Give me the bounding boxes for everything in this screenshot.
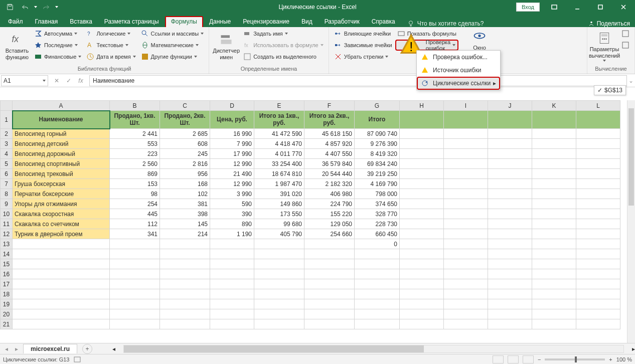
cell[interactable] bbox=[488, 319, 532, 329]
row-header[interactable]: 6 bbox=[1, 169, 13, 179]
cell[interactable] bbox=[532, 229, 576, 239]
tell-me[interactable]: Что вы хотите сделать? bbox=[401, 20, 490, 27]
cell[interactable] bbox=[576, 259, 620, 269]
cell[interactable] bbox=[444, 289, 488, 299]
cell[interactable] bbox=[400, 219, 444, 229]
cell[interactable] bbox=[304, 309, 355, 319]
cell[interactable] bbox=[400, 269, 444, 279]
cell[interactable] bbox=[400, 169, 444, 179]
sheet-nav[interactable]: ◂▸ bbox=[0, 345, 23, 352]
cell[interactable]: Велосипед дорожный bbox=[13, 149, 110, 159]
cell[interactable]: Велосипед детский bbox=[13, 139, 110, 149]
cell[interactable] bbox=[13, 249, 110, 259]
zoom-out-button[interactable]: − bbox=[538, 356, 541, 362]
cell[interactable] bbox=[254, 309, 304, 319]
cell[interactable] bbox=[576, 229, 620, 239]
cell[interactable] bbox=[110, 269, 160, 279]
cell[interactable] bbox=[210, 279, 254, 289]
cell[interactable] bbox=[110, 279, 160, 289]
cell[interactable] bbox=[254, 279, 304, 289]
tab-home[interactable]: Главная bbox=[29, 16, 64, 27]
page-layout-view-button[interactable] bbox=[508, 355, 519, 363]
cell[interactable] bbox=[254, 249, 304, 259]
column-header[interactable]: A bbox=[13, 101, 110, 111]
more-functions-button[interactable]: Другие функции bbox=[139, 51, 206, 62]
cell[interactable] bbox=[254, 319, 304, 329]
cell[interactable] bbox=[532, 249, 576, 259]
tab-help[interactable]: Справка bbox=[366, 16, 401, 27]
name-box[interactable]: A1 bbox=[1, 75, 48, 86]
cell[interactable]: 7 990 bbox=[210, 139, 254, 149]
cell[interactable] bbox=[13, 239, 110, 249]
cell[interactable] bbox=[444, 279, 488, 289]
undo-dropdown-icon[interactable] bbox=[34, 6, 37, 8]
cell[interactable] bbox=[488, 199, 532, 209]
cell[interactable] bbox=[532, 279, 576, 289]
cell[interactable] bbox=[355, 309, 400, 319]
insert-function-button[interactable]: fx Вставить функцию bbox=[3, 28, 31, 65]
cell[interactable] bbox=[532, 159, 576, 169]
ref-check-icon[interactable]: ✓ bbox=[597, 87, 602, 94]
cell[interactable]: 145 bbox=[160, 219, 210, 229]
row-header[interactable]: 1 bbox=[1, 111, 13, 129]
cell[interactable]: 9 276 390 bbox=[355, 139, 400, 149]
cell[interactable]: 16 990 bbox=[210, 129, 254, 139]
cell[interactable]: 391 020 bbox=[254, 189, 304, 199]
row-header[interactable]: 21 bbox=[1, 319, 13, 329]
row-header[interactable]: 9 bbox=[1, 199, 13, 209]
cell[interactable]: 869 bbox=[110, 169, 160, 179]
cell[interactable] bbox=[13, 259, 110, 269]
tab-file[interactable]: Файл bbox=[2, 16, 29, 27]
horizontal-scrollbar[interactable]: ◂▸ bbox=[112, 345, 635, 353]
cell[interactable] bbox=[444, 111, 488, 129]
cell[interactable] bbox=[355, 299, 400, 309]
cell[interactable] bbox=[488, 289, 532, 299]
cell[interactable]: 4 418 470 bbox=[254, 139, 304, 149]
cell[interactable] bbox=[400, 199, 444, 209]
column-header[interactable]: L bbox=[576, 101, 620, 111]
cell[interactable] bbox=[400, 249, 444, 259]
cell[interactable] bbox=[400, 189, 444, 199]
cell[interactable]: 214 bbox=[160, 229, 210, 239]
cell[interactable] bbox=[488, 249, 532, 259]
column-header[interactable]: C bbox=[160, 101, 210, 111]
cell[interactable]: Груша боксерская bbox=[13, 179, 110, 189]
tab-view[interactable]: Вид bbox=[295, 16, 319, 27]
cell[interactable]: Упоры для отжимания bbox=[13, 199, 110, 209]
cell[interactable]: 149 860 bbox=[254, 199, 304, 209]
cell[interactable] bbox=[355, 249, 400, 259]
close-icon[interactable] bbox=[612, 0, 635, 14]
qat-customize-icon[interactable] bbox=[55, 6, 58, 8]
cell[interactable] bbox=[355, 269, 400, 279]
cell[interactable] bbox=[532, 289, 576, 299]
cell[interactable] bbox=[488, 219, 532, 229]
cell[interactable]: 381 bbox=[160, 199, 210, 209]
formula-input[interactable]: Наименование bbox=[89, 75, 627, 86]
cell[interactable] bbox=[355, 259, 400, 269]
cell[interactable] bbox=[576, 179, 620, 189]
cell[interactable] bbox=[304, 239, 355, 249]
cell[interactable]: 2 560 bbox=[110, 159, 160, 169]
header-cell[interactable]: Итого за 1кв., руб. bbox=[254, 111, 304, 129]
cell[interactable]: 890 bbox=[210, 219, 254, 229]
spreadsheet-grid[interactable]: ABCDEFGHIJKL1НаименованиеПродано, 1кв. Ш… bbox=[0, 100, 627, 343]
row-header[interactable]: 11 bbox=[1, 219, 13, 229]
cell[interactable]: 2 685 bbox=[160, 129, 210, 139]
cell[interactable]: 254 bbox=[110, 199, 160, 209]
cell[interactable]: 341 bbox=[110, 229, 160, 239]
cell[interactable] bbox=[488, 139, 532, 149]
cell[interactable] bbox=[304, 269, 355, 279]
header-cell[interactable]: Наименование bbox=[13, 111, 110, 129]
cell[interactable] bbox=[444, 229, 488, 239]
cell[interactable]: 445 bbox=[110, 209, 160, 219]
cell[interactable] bbox=[400, 319, 444, 329]
cell[interactable] bbox=[254, 239, 304, 249]
remove-arrows-button[interactable]: Убрать стрелки bbox=[332, 51, 394, 62]
macro-icon[interactable] bbox=[73, 356, 81, 363]
header-cell[interactable]: Продано, 2кв. Шт. bbox=[160, 111, 210, 129]
cell[interactable] bbox=[532, 299, 576, 309]
calc-now-button[interactable] bbox=[619, 28, 631, 39]
menu-circular-references[interactable]: Циклические ссылки▸ bbox=[417, 77, 500, 90]
column-header[interactable]: K bbox=[532, 101, 576, 111]
cell[interactable] bbox=[576, 111, 620, 129]
